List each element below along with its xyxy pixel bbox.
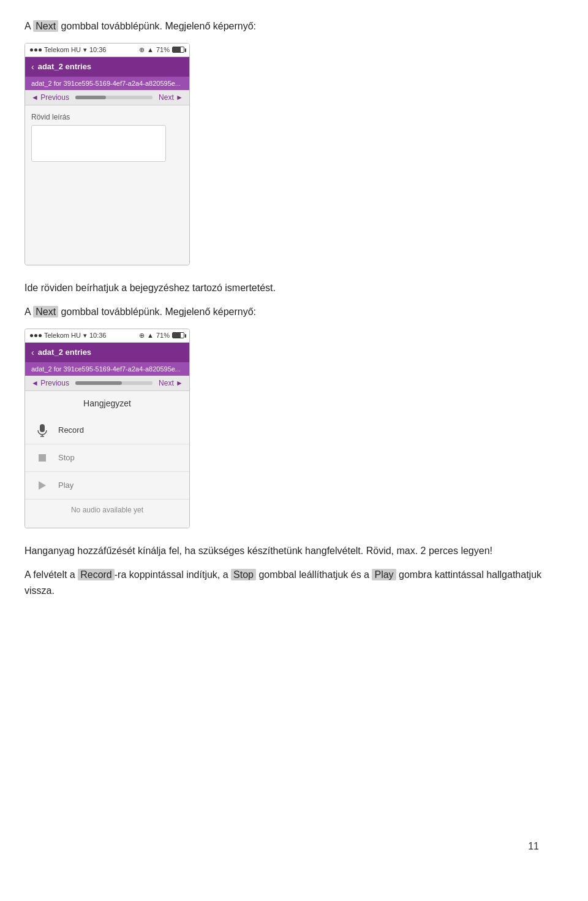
mid-text-2a: A [24, 306, 33, 317]
battery-percent-1: 71% [156, 46, 170, 53]
phone-mockup-1: Telekom HU ▾ 10:36 ⊕ ▲ 71% ‹ adat_2 entr… [24, 43, 190, 265]
battery-percent-2: 71% [156, 332, 170, 339]
mid-text-2b: gombbal továbblépünk. Megjelenő képernyő… [58, 306, 256, 317]
intro-text-1b: gombbal továbblépünk. Megjelenő képernyő… [58, 21, 256, 31]
status-bar-1: Telekom HU ▾ 10:36 ⊕ ▲ 71% [25, 44, 189, 57]
play-row[interactable]: Play [25, 472, 189, 500]
page-number: 11 [528, 841, 539, 852]
no-audio-text: No audio available yet [25, 500, 189, 523]
next-highlight-2: Next [33, 306, 58, 317]
outro-paragraph-1: Hanganyag hozzáfűzését kínálja fel, ha s… [24, 543, 564, 559]
field-label-1: Rövid leírás [31, 113, 183, 121]
subtitle-bar-2: adat_2 for 391ce595-5169-4ef7-a2a4-a8205… [25, 362, 189, 376]
microphone-icon [34, 422, 51, 439]
phone-body-1: Rövid leírás [25, 105, 189, 265]
back-arrow-1: ‹ [31, 62, 34, 72]
progress-fill-1 [75, 96, 106, 99]
intro-paragraph-1: A Next gombbal továbblépünk. Megjelenő k… [24, 18, 564, 34]
svg-rect-0 [40, 424, 45, 432]
battery-icon-1 [172, 47, 184, 53]
outro-paragraph-2: A felvételt a Record-ra koppintással ind… [24, 567, 564, 598]
wifi-icon-2: ▾ [83, 332, 87, 340]
pagination-bar-1: ◄ Previous Next ► [25, 90, 189, 105]
record-label: Record [58, 425, 84, 435]
status-right-1: ⊕ ▲ 71% [139, 46, 184, 54]
mid-text-1: Ide röviden beírhatjuk a bejegyzéshez ta… [24, 283, 276, 293]
signal-dots-2 [30, 334, 42, 337]
pagination-bar-2: ◄ Previous Next ► [25, 376, 189, 391]
phone-body-2: Hangjegyzet Record [25, 391, 189, 528]
status-left-1: Telekom HU ▾ 10:36 [30, 46, 106, 54]
carrier-1: Telekom HU [44, 46, 81, 53]
location-icon-2: ⊕ [139, 332, 145, 340]
nav-bar-2: ‹ adat_2 entries [25, 343, 189, 362]
outro-text-2b: -ra koppintással indítjuk, a [115, 569, 231, 580]
intro-text-1: A [24, 21, 33, 31]
stop-highlight: Stop [231, 569, 256, 580]
previous-btn-1[interactable]: ◄ Previous [31, 93, 69, 102]
location-icon-1: ⊕ [139, 46, 145, 54]
battery-icon-2 [172, 332, 184, 338]
record-row[interactable]: Record [25, 417, 189, 444]
nav-title-2: adat_2 entries [38, 348, 91, 357]
phone-mockup-2: Telekom HU ▾ 10:36 ⊕ ▲ 71% ‹ adat_2 entr… [24, 329, 190, 528]
subtitle-text-2: adat_2 for 391ce595-5169-4ef7-a2a4-a8205… [31, 365, 181, 373]
outro-text-2a: A felvételt a [24, 569, 78, 580]
mid-paragraph-1: Ide röviden beírhatjuk a bejegyzéshez ta… [24, 280, 564, 296]
text-input-box-1[interactable] [31, 125, 166, 162]
subtitle-text-1: adat_2 for 391ce595-5169-4ef7-a2a4-a8205… [31, 80, 181, 87]
time-1: 10:36 [89, 46, 107, 53]
previous-btn-2[interactable]: ◄ Previous [31, 379, 69, 387]
signal-icon-2: ▲ [147, 332, 154, 339]
progress-fill-2 [75, 381, 122, 385]
play-highlight: Play [372, 569, 396, 580]
status-right-2: ⊕ ▲ 71% [139, 332, 184, 340]
progress-bar-1 [75, 96, 153, 99]
play-icon [34, 477, 51, 494]
signal-icon-1: ▲ [147, 46, 154, 53]
stop-icon [34, 449, 51, 466]
carrier-2: Telekom HU [44, 332, 81, 339]
status-bar-2: Telekom HU ▾ 10:36 ⊕ ▲ 71% [25, 329, 189, 343]
stop-row[interactable]: Stop [25, 444, 189, 472]
nav-title-1: adat_2 entries [38, 62, 91, 71]
status-left-2: Telekom HU ▾ 10:36 [30, 332, 106, 340]
next-btn-2[interactable]: Next ► [159, 379, 183, 387]
outro-text-2c: gombbal leállíthatjuk és a [256, 569, 372, 580]
record-highlight: Record [78, 569, 115, 580]
nav-bar-1: ‹ adat_2 entries [25, 57, 189, 77]
subtitle-bar-1: adat_2 for 391ce595-5169-4ef7-a2a4-a8205… [25, 77, 189, 90]
back-arrow-2: ‹ [31, 348, 34, 357]
progress-bar-2 [75, 381, 153, 385]
time-2: 10:36 [89, 332, 107, 339]
next-highlight-1: Next [33, 20, 58, 32]
stop-label: Stop [58, 453, 75, 462]
mid-paragraph-2: A Next gombbal továbblépünk. Megjelenő k… [24, 304, 564, 320]
outro-text-1: Hanganyag hozzáfűzését kínálja fel, ha s… [24, 546, 492, 556]
next-btn-1[interactable]: Next ► [159, 93, 183, 102]
wifi-icon-1: ▾ [83, 46, 87, 54]
section-title-2: Hangjegyzet [25, 398, 189, 408]
play-label: Play [58, 481, 74, 490]
signal-dots-1 [30, 48, 42, 51]
